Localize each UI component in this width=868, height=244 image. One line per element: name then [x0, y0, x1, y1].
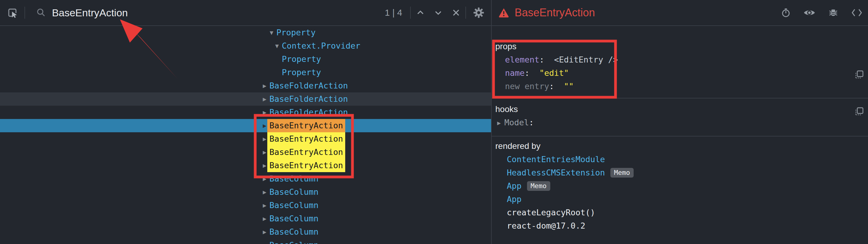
- prop-key: element: [505, 55, 539, 64]
- component-name: Property: [276, 26, 316, 39]
- component-name: BaseEntryAction: [267, 132, 345, 146]
- code-brackets-icon: [851, 8, 863, 17]
- inspect-element-button[interactable]: [0, 7, 25, 19]
- expander-closed-icon[interactable]: ▸: [263, 92, 267, 106]
- search-result-counter: 1 | 4: [385, 7, 402, 18]
- copy-icon: [855, 70, 864, 79]
- expander-open-icon[interactable]: ▾: [270, 26, 273, 39]
- expander-closed-icon[interactable]: ▸: [263, 159, 267, 172]
- tree-row[interactable]: ▸BaseEntryAction: [0, 119, 491, 132]
- next-result-button[interactable]: [430, 8, 447, 17]
- tree-row[interactable]: ▸BaseColumn: [0, 185, 491, 199]
- rendered-by-label: rendered by: [492, 140, 868, 153]
- tree-row[interactable]: ▾Context.Provider: [0, 39, 491, 53]
- tree-row[interactable]: ▸BaseFolderAction: [0, 79, 491, 92]
- chevron-up-icon: [416, 8, 425, 17]
- rendered-by-row: react-dom@17.0.2: [492, 219, 868, 233]
- prop-row[interactable]: element: <EditEntry />: [492, 53, 868, 66]
- component-name: BaseFolderAction: [270, 106, 348, 119]
- component-name: BaseEntryAction: [267, 119, 345, 132]
- tree-row[interactable]: ▸BaseColumn: [0, 225, 491, 239]
- eye-icon: [803, 8, 815, 18]
- expander-closed-icon[interactable]: ▸: [263, 79, 267, 92]
- prop-value[interactable]: <EditEntry />: [554, 55, 618, 64]
- tree-row[interactable]: ▾Property: [0, 26, 491, 39]
- component-name: Property: [282, 66, 321, 79]
- stopwatch-icon: [781, 8, 791, 18]
- rendered-by-row: App: [492, 193, 868, 206]
- search-icon: [36, 7, 46, 18]
- prop-colon: :: [549, 82, 564, 91]
- prop-value[interactable]: "edit": [539, 68, 569, 78]
- selected-component-title: BaseEntryAction: [515, 6, 595, 19]
- owner-static: react-dom@17.0.2: [507, 221, 585, 231]
- tree-row[interactable]: Property: [0, 66, 491, 79]
- expander-closed-icon[interactable]: ▸: [263, 199, 267, 212]
- tree-toolbar: 1 | 4: [0, 0, 491, 26]
- owner-link[interactable]: App: [507, 181, 522, 190]
- suspend-toggle-button[interactable]: [781, 8, 791, 18]
- expander-closed-icon[interactable]: ▸: [263, 172, 267, 185]
- component-name: BaseColumn: [270, 239, 319, 244]
- component-name: BaseColumn: [270, 172, 319, 185]
- component-name: BaseFolderAction: [270, 92, 348, 106]
- prop-row[interactable]: name: "edit": [492, 66, 868, 80]
- inspect-icon: [7, 7, 18, 19]
- tree-row[interactable]: ▸BaseColumn: [0, 212, 491, 225]
- tree-row[interactable]: ▸BaseEntryAction: [0, 146, 491, 159]
- props-section: props element: <EditEntry />name: "edit"…: [492, 26, 868, 98]
- prop-value[interactable]: "": [564, 82, 574, 91]
- component-name: BaseEntryAction: [267, 159, 345, 172]
- copy-hooks-button[interactable]: [855, 107, 864, 117]
- tree-row[interactable]: Property: [0, 53, 491, 66]
- tree-row[interactable]: ▸BaseFolderAction: [0, 106, 491, 119]
- previous-result-button[interactable]: [411, 8, 430, 17]
- view-source-button[interactable]: [851, 8, 863, 17]
- memo-badge: Memo: [610, 168, 633, 178]
- owner-link[interactable]: HeadlessCMSExtension: [507, 168, 605, 177]
- inspector-header: BaseEntryAction: [492, 0, 868, 26]
- tree-row[interactable]: ▸BaseEntryAction: [0, 132, 491, 146]
- component-name: BaseColumn: [270, 185, 319, 199]
- owner-link[interactable]: App: [507, 194, 522, 204]
- owner-link[interactable]: ContentEntriesModule: [507, 155, 605, 164]
- tree-row[interactable]: ▸BaseFolderAction: [0, 92, 491, 106]
- close-icon: [452, 8, 461, 17]
- prop-row[interactable]: new entry: "": [492, 80, 868, 93]
- copy-props-button[interactable]: [855, 70, 864, 80]
- warning-triangle-icon: [498, 7, 509, 18]
- hooks-label: hooks: [492, 103, 868, 116]
- tree-row[interactable]: ▸BaseColumn: [0, 172, 491, 185]
- expander-closed-icon[interactable]: ▸: [263, 119, 267, 132]
- hook-row[interactable]: ▸Model:: [492, 116, 868, 129]
- clear-search-button[interactable]: [447, 8, 465, 17]
- expander-closed-icon[interactable]: ▸: [263, 212, 267, 225]
- tree-row[interactable]: ▸BaseEntryAction: [0, 159, 491, 172]
- component-name: Property: [282, 53, 321, 66]
- expander-closed-icon[interactable]: ▸: [263, 106, 267, 119]
- owner-static: createLegacyRoot(): [507, 208, 595, 217]
- tree-row[interactable]: ▸BaseColumn: [0, 199, 491, 212]
- component-name: BaseColumn: [270, 225, 319, 239]
- expander-closed-icon[interactable]: ▸: [497, 119, 501, 127]
- inspect-dom-button[interactable]: [803, 8, 815, 18]
- inspector-panel: BaseEntryAction: [492, 0, 868, 244]
- search-input[interactable]: [51, 7, 385, 19]
- rendered-by-row: HeadlessCMSExtensionMemo: [492, 166, 868, 179]
- prop-colon: :: [525, 68, 539, 78]
- rendered-by-row: AppMemo: [492, 179, 868, 193]
- settings-button[interactable]: [466, 7, 491, 19]
- component-tree: ▾Property▾Context.ProviderPropertyProper…: [0, 26, 491, 244]
- expander-open-icon[interactable]: ▾: [275, 39, 279, 53]
- inspector-actions: [781, 0, 863, 25]
- toolbar-divider: [25, 7, 25, 19]
- expander-closed-icon[interactable]: ▸: [263, 146, 267, 159]
- log-component-button[interactable]: [828, 7, 838, 18]
- expander-closed-icon[interactable]: ▸: [263, 239, 267, 244]
- tree-row[interactable]: ▸BaseColumn: [0, 239, 491, 244]
- prop-colon: :: [539, 55, 554, 64]
- expander-closed-icon[interactable]: ▸: [263, 185, 267, 199]
- expander-closed-icon[interactable]: ▸: [263, 132, 267, 146]
- component-name: BaseFolderAction: [270, 79, 348, 92]
- expander-closed-icon[interactable]: ▸: [263, 225, 267, 239]
